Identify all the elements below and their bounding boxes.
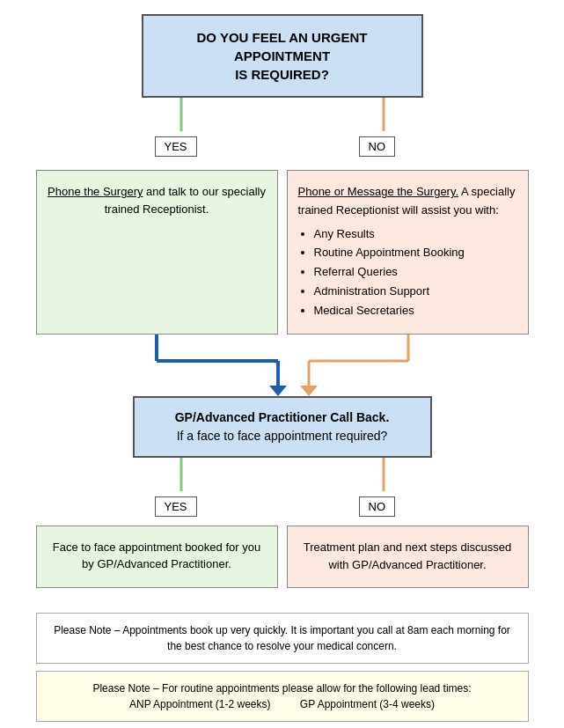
list-item: Routine Appointment Booking [314, 244, 517, 262]
note-box-1: Please Note – Appointments book up very … [36, 613, 529, 664]
note-box-2: Please Note – For routine appointments p… [36, 671, 529, 722]
left-green-box: Phone the Surgery and talk to our specia… [36, 170, 278, 335]
gp-box-sub: If a face to face appointment required? [177, 429, 388, 443]
right-pink-box: Phone or Message the Surgery. A speciall… [287, 170, 529, 335]
yes-badge-top: YES [155, 131, 197, 157]
flowchart: DO YOU FEEL AN URGENT APPOINTMENTIS REQU… [14, 14, 550, 722]
gp-box-title: GP/Advanced Practitioner Call Back. [175, 410, 390, 424]
note-text-2-times: ANP Appointment (1-2 weeks) GP Appointme… [129, 698, 435, 710]
svg-marker-9 [300, 386, 318, 396]
list-item: Referral Queries [314, 263, 517, 282]
bottom-arrows-svg [36, 458, 529, 524]
bottom-connectors: YES NO [36, 458, 529, 524]
no-badge-bottom: NO [359, 491, 396, 517]
bottom-left-box: Face to face appointment booked for you … [36, 526, 278, 589]
mid-arrows-svg [36, 335, 529, 396]
note-text-1: Please Note – Appointments book up very … [54, 624, 510, 652]
notes-section: Please Note – Appointments book up very … [36, 613, 529, 722]
bottom-right-box: Treatment plan and next steps discussed … [287, 526, 529, 589]
question-box: DO YOU FEEL AN URGENT APPOINTMENTIS REQU… [142, 14, 423, 98]
note-text-2: Please Note – For routine appointments p… [92, 682, 471, 710]
mid-connectors [36, 335, 529, 396]
yes-badge-bottom: YES [155, 491, 197, 517]
list-item: Administration Support [314, 283, 517, 301]
top-arrows-svg [36, 98, 529, 168]
top-connectors: YES NO [36, 98, 529, 168]
list-item: Medical Secretaries [314, 302, 517, 320]
left-box-link: Phone the Surgery [48, 185, 143, 198]
list-item: Any Results [314, 225, 517, 244]
question-text: DO YOU FEEL AN URGENT APPOINTMENTIS REQU… [197, 30, 368, 82]
bottom-two-col: Face to face appointment booked for you … [36, 526, 529, 589]
bottom-left-text: Face to face appointment booked for you … [53, 540, 260, 571]
gp-box: GP/Advanced Practitioner Call Back. If a… [133, 396, 432, 458]
no-badge-top: NO [359, 131, 396, 157]
bottom-right-text: Treatment plan and next steps discussed … [304, 540, 512, 572]
top-two-col: Phone the Surgery and talk to our specia… [36, 170, 529, 335]
bullet-list: Any Results Routine Appointment Booking … [298, 225, 517, 320]
svg-marker-5 [269, 386, 287, 396]
right-box-link: Phone or Message the Surgery. [298, 185, 459, 198]
